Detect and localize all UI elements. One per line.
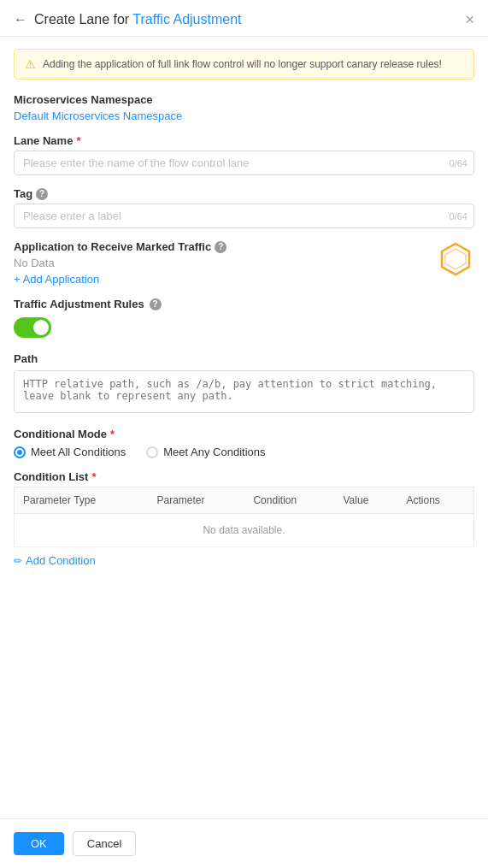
- traffic-rules-label: Traffic Adjustment Rules: [14, 298, 144, 310]
- add-condition-button[interactable]: ✏ Add Condition: [14, 554, 96, 567]
- application-row: Application to Receive Marked Traffic ? …: [14, 240, 474, 286]
- add-condition-icon: ✏: [14, 555, 22, 567]
- condition-table-header-row: Parameter Type Parameter Condition Value…: [15, 487, 474, 514]
- condition-table-head: Parameter Type Parameter Condition Value…: [15, 487, 474, 514]
- tag-help-icon[interactable]: ?: [36, 188, 48, 200]
- add-application-button[interactable]: + Add Application: [14, 273, 99, 286]
- condition-list-required: *: [91, 470, 96, 483]
- cancel-button[interactable]: Cancel: [73, 831, 136, 856]
- application-label: Application to Receive Marked Traffic ?: [14, 240, 430, 253]
- condition-table: Parameter Type Parameter Condition Value…: [14, 487, 474, 547]
- application-content: Application to Receive Marked Traffic ? …: [14, 240, 430, 286]
- path-input[interactable]: [14, 370, 474, 413]
- lane-name-char-count: 0/64: [450, 158, 467, 168]
- radio-all-label: Meet All Conditions: [31, 446, 126, 458]
- radio-any-circle: [146, 446, 158, 458]
- title-prefix: Create Lane for: [34, 12, 132, 27]
- lane-name-section: Lane Name * 0/64: [14, 134, 474, 175]
- traffic-rules-section: Traffic Adjustment Rules ?: [14, 298, 474, 340]
- modal-title: Create Lane for Traffic Adjustment: [34, 12, 242, 27]
- col-parameter: Parameter: [148, 487, 244, 514]
- conditional-mode-required: *: [110, 428, 115, 440]
- radio-all-circle: [14, 446, 26, 458]
- floating-hexagon-icon: [437, 240, 474, 278]
- tag-section: Tag ? 0/64: [14, 187, 474, 228]
- tag-input-wrapper: 0/64: [14, 204, 474, 228]
- conditional-mode-label: Conditional Mode *: [14, 428, 474, 440]
- conditional-mode-section: Conditional Mode * Meet All Conditions M…: [14, 428, 474, 458]
- radio-meet-all[interactable]: Meet All Conditions: [14, 446, 126, 458]
- no-data-row: No data available.: [15, 514, 474, 547]
- tag-char-count: 0/64: [450, 211, 467, 221]
- modal-body: ⚠ Adding the application of full link fl…: [0, 37, 488, 818]
- title-area: ← Create Lane for Traffic Adjustment: [14, 12, 242, 27]
- traffic-rules-header: Traffic Adjustment Rules ?: [14, 298, 474, 310]
- col-parameter-type: Parameter Type: [15, 487, 149, 514]
- modal-header: ← Create Lane for Traffic Adjustment ×: [0, 0, 488, 37]
- condition-table-body: No data available.: [15, 514, 474, 547]
- traffic-rules-help-icon[interactable]: ?: [150, 298, 162, 310]
- warning-banner: ⚠ Adding the application of full link fl…: [14, 49, 474, 80]
- back-arrow-icon[interactable]: ←: [14, 12, 27, 27]
- col-value: Value: [335, 487, 398, 514]
- add-condition-label: Add Condition: [26, 554, 96, 567]
- path-label: Path: [14, 352, 474, 365]
- toggle-slider: [14, 317, 51, 338]
- warning-icon: ⚠: [25, 57, 36, 71]
- create-lane-modal: ← Create Lane for Traffic Adjustment × ⚠…: [0, 0, 488, 868]
- no-data-cell: No data available.: [15, 514, 474, 547]
- condition-list-label: Condition List *: [14, 470, 474, 483]
- microservices-value: Default Microservices Namespace: [14, 109, 474, 122]
- condition-list-section: Condition List * Parameter Type Paramete…: [14, 470, 474, 567]
- lane-name-input[interactable]: [14, 151, 474, 175]
- title-highlight: Traffic Adjustment: [132, 12, 241, 27]
- lane-name-input-wrapper: 0/64: [14, 151, 474, 175]
- microservices-section: Microservices Namespace Default Microser…: [14, 93, 474, 122]
- tag-label: Tag ?: [14, 187, 474, 200]
- path-section: Path: [14, 352, 474, 416]
- conditional-mode-radio-group: Meet All Conditions Meet Any Conditions: [14, 446, 474, 458]
- col-actions: Actions: [398, 487, 474, 514]
- microservices-label: Microservices Namespace: [14, 93, 474, 106]
- close-button[interactable]: ×: [465, 12, 474, 27]
- application-section: Application to Receive Marked Traffic ? …: [14, 240, 474, 286]
- lane-name-label: Lane Name *: [14, 134, 474, 147]
- application-help-icon[interactable]: ?: [215, 241, 226, 253]
- radio-any-label: Meet Any Conditions: [163, 446, 265, 458]
- warning-text: Adding the application of full link flow…: [43, 56, 442, 72]
- svg-marker-1: [445, 249, 466, 269]
- traffic-rules-toggle[interactable]: [14, 317, 51, 338]
- application-no-data: No Data: [14, 257, 430, 269]
- col-condition: Condition: [244, 487, 334, 514]
- tag-input[interactable]: [14, 204, 474, 228]
- lane-name-required: *: [76, 134, 80, 147]
- ok-button[interactable]: OK: [14, 832, 64, 855]
- radio-meet-any[interactable]: Meet Any Conditions: [146, 446, 265, 458]
- modal-footer: OK Cancel: [0, 818, 488, 868]
